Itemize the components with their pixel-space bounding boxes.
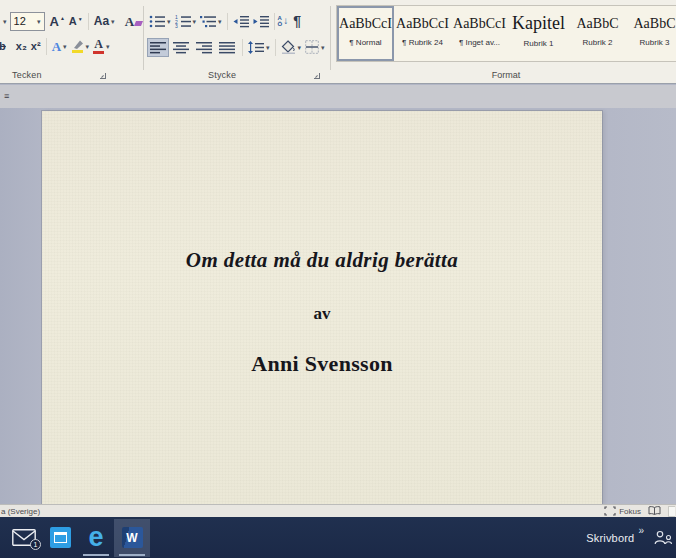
line-spacing-button[interactable]: ▾	[246, 40, 272, 55]
font-color-caret[interactable]: ▾	[106, 43, 110, 50]
numbering-icon: 1 2 3	[175, 15, 191, 28]
numbering-button[interactable]: 1 2 3 ▾	[173, 14, 199, 29]
change-case-button[interactable]: Aa ▾	[92, 14, 117, 28]
align-left-button[interactable]	[147, 38, 169, 57]
sort-button[interactable]: A Ö ↓	[278, 15, 289, 27]
strikethrough-button[interactable]: ab	[0, 41, 6, 52]
style-label: Rubrik 1	[510, 39, 567, 48]
font-group-label: Tecken	[12, 70, 42, 80]
font-color-letter: A	[94, 38, 103, 50]
divider	[46, 38, 47, 55]
subscript-label: x₂	[16, 41, 27, 52]
word-icon-letter: W	[126, 531, 137, 545]
people-icon	[654, 530, 673, 545]
document-page[interactable]: Om detta må du aldrig berätta av Anni Sv…	[42, 111, 602, 505]
font-size-input[interactable]: 12 ▾	[10, 12, 45, 31]
grow-font-letter: A	[50, 15, 59, 28]
people-button[interactable]	[654, 530, 673, 545]
style-label: ¶ Inget av...	[453, 38, 506, 47]
style-rubrik-2[interactable]: AaBbC Rubrik 2	[569, 6, 626, 61]
group-divider	[143, 6, 144, 70]
bullets-caret[interactable]: ▾	[167, 18, 171, 25]
justify-button[interactable]	[216, 38, 238, 57]
clear-formatting-button[interactable]: A	[123, 14, 144, 29]
style-rubrik-24[interactable]: AaBbCcI ¶ Rubrik 24	[394, 6, 451, 61]
window-app-button[interactable]	[42, 519, 78, 557]
style-rubrik-1[interactable]: Kapitel Rubrik 1	[508, 6, 569, 61]
focus-mode-button[interactable]: Fokus	[604, 506, 641, 516]
print-layout-button[interactable]	[668, 506, 675, 517]
show-formatting-marks-button[interactable]: ¶	[293, 13, 301, 29]
group-divider	[330, 6, 331, 70]
multilevel-list-icon	[200, 15, 216, 28]
font-size-value: 12	[14, 15, 26, 27]
multilevel-list-button[interactable]: ▾	[198, 14, 224, 29]
paragraph-group-label: Stycke	[208, 70, 236, 80]
font-dialog-launcher[interactable]	[100, 73, 106, 79]
increase-indent-button[interactable]	[251, 14, 271, 29]
focus-icon	[604, 506, 616, 516]
ribbon-substrip: ≡	[0, 85, 676, 108]
grow-font-arrow-icon: ▲	[60, 16, 65, 21]
style-normal[interactable]: AaBbCcI ¶ Normal	[337, 6, 394, 61]
language-indicator[interactable]: a (Sverige)	[0, 507, 40, 516]
font-group-row1: ▾ 12 ▾ A ▲ A ▼ Aa ▾ A	[1, 11, 144, 31]
align-center-button[interactable]	[170, 38, 192, 57]
font-size-dropdown-caret[interactable]: ▾	[37, 18, 41, 25]
font-color-button[interactable]: A ▾	[91, 37, 112, 55]
ribbon: ▾ 12 ▾ A ▲ A ▼ Aa ▾ A	[0, 0, 676, 84]
style-preview: AaBbCcI	[339, 17, 392, 31]
document-author: Anni Svensson	[42, 351, 602, 377]
clear-formatting-letter: A	[125, 15, 134, 28]
toolbar-chevron-icon[interactable]: »	[638, 525, 644, 536]
borders-caret[interactable]: ▾	[321, 44, 325, 51]
bullets-button[interactable]: ▾	[147, 14, 173, 29]
shrink-font-button[interactable]: A ▼	[67, 15, 85, 28]
justify-icon	[219, 41, 235, 54]
eraser-icon	[134, 21, 143, 26]
align-right-icon	[196, 41, 212, 54]
multilevel-caret[interactable]: ▾	[218, 18, 222, 25]
grow-font-button[interactable]: A ▲	[48, 14, 67, 29]
text-effects-caret[interactable]: ▾	[63, 43, 67, 50]
paragraph-dialog-launcher[interactable]	[314, 73, 320, 79]
focus-label: Fokus	[619, 507, 641, 516]
style-preview: AaBbCcI	[396, 17, 449, 31]
text-effects-button[interactable]: A ▾	[50, 39, 69, 54]
font-group-row2: ab x₂ x² A ▾ ▾	[0, 36, 112, 56]
font-name-dropdown-caret[interactable]: ▾	[3, 18, 7, 25]
document-area: Om detta må du aldrig berätta av Anni Sv…	[0, 108, 676, 504]
desktop-toolbar-label[interactable]: Skrivbord	[586, 532, 634, 544]
edge-icon: e	[88, 524, 103, 551]
divider	[274, 13, 275, 30]
shading-caret[interactable]: ▾	[298, 44, 302, 51]
align-right-button[interactable]	[193, 38, 215, 57]
shrink-font-arrow-icon: ▼	[78, 17, 83, 22]
line-spacing-caret[interactable]: ▾	[266, 44, 270, 51]
divider	[227, 13, 228, 30]
word-app-button[interactable]: W	[114, 519, 150, 557]
numbering-caret[interactable]: ▾	[193, 18, 197, 25]
divider	[275, 39, 276, 56]
highlight-pen-icon	[71, 39, 84, 53]
divider	[88, 13, 89, 30]
borders-button[interactable]: ▾	[303, 39, 327, 55]
bullets-icon	[149, 15, 165, 28]
read-mode-icon[interactable]	[648, 506, 661, 516]
subscript-button[interactable]: x₂	[14, 40, 29, 53]
increase-indent-icon	[253, 15, 269, 28]
style-label: ¶ Normal	[339, 38, 392, 47]
decrease-indent-button[interactable]	[231, 14, 251, 29]
highlight-color-button[interactable]: ▾	[69, 38, 92, 54]
style-label: Rubrik 3	[628, 38, 676, 47]
superscript-button[interactable]: x²	[29, 40, 43, 53]
shading-button[interactable]: ▾	[279, 39, 304, 55]
sort-arrow-icon: ↓	[283, 16, 288, 26]
mail-app-button[interactable]: 1	[6, 519, 42, 557]
highlight-caret[interactable]: ▾	[86, 43, 90, 50]
style-inget-avstand[interactable]: AaBbCcI ¶ Inget av...	[451, 6, 508, 61]
ruler-toggle-icon[interactable]: ≡	[4, 92, 9, 101]
change-case-caret[interactable]: ▾	[111, 18, 115, 25]
style-rubrik-3[interactable]: AaBbC Rubrik 3	[626, 6, 676, 61]
edge-app-button[interactable]: e	[78, 519, 114, 557]
